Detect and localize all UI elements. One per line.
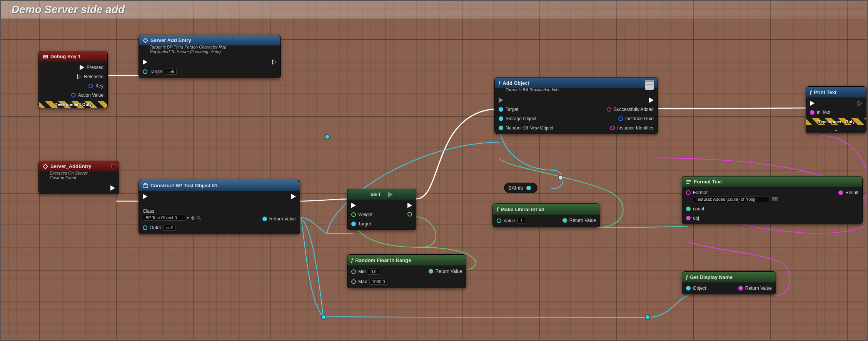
svg-rect-4 xyxy=(47,55,47,56)
pin-value-out[interactable] xyxy=(407,212,412,217)
pin-exec-out[interactable] xyxy=(858,101,862,106)
node-print-text[interactable]: f Print Text In Text Development Only ⌄ xyxy=(806,86,866,133)
server-icon xyxy=(645,80,654,90)
pin-key[interactable]: Key xyxy=(88,83,103,89)
node-title: SET xyxy=(371,191,381,197)
event-icon xyxy=(143,38,148,43)
node-header: SET xyxy=(347,189,416,200)
pin-format[interactable]: Format TestStat: Added {count} of "{obj} xyxy=(686,190,778,202)
pin-released[interactable]: Released xyxy=(77,74,103,79)
pin-exec-out[interactable] xyxy=(407,203,412,208)
node-header: Construct BP Test Object 01 xyxy=(139,180,300,191)
reroute-knot[interactable] xyxy=(325,134,330,139)
node-header: Server_AddEntry xyxy=(39,161,119,171)
node-title: Construct BP Test Object 01 xyxy=(150,183,217,188)
expand-toggle[interactable]: ⌄ xyxy=(806,125,866,133)
localize-icon[interactable] xyxy=(772,197,778,201)
pin-identifier[interactable]: Instance Identifier xyxy=(610,125,654,131)
pin-number[interactable]: Number Of New Object xyxy=(499,125,553,131)
node-debug-key[interactable]: Debug Key 1 Pressed Released Key Action … xyxy=(38,51,108,108)
pin-exec-out[interactable] xyxy=(272,59,277,65)
pin-value[interactable]: Value1 xyxy=(497,218,525,224)
pin-value-out[interactable] xyxy=(526,186,531,190)
node-title: Get Display Name xyxy=(690,274,733,280)
reroute-knot[interactable] xyxy=(321,314,326,320)
graph-title-bar: Demo Server side add xyxy=(1,1,867,18)
pin-result[interactable]: Result xyxy=(838,190,858,195)
pin-return-value[interactable]: Return Value xyxy=(429,269,462,274)
pin-exec-in[interactable] xyxy=(143,194,201,199)
svg-rect-0 xyxy=(43,55,48,58)
node-header: f Make Literal Int 64 xyxy=(493,204,600,215)
pin-exec-in[interactable] xyxy=(810,101,830,106)
pin-in-text[interactable]: In Text xyxy=(810,110,830,115)
pin-return-value[interactable]: Return Value xyxy=(262,216,296,222)
search-icon[interactable] xyxy=(197,215,201,220)
chevron-down-icon[interactable]: ▾ xyxy=(187,215,189,220)
dev-only-footer: Development Only xyxy=(806,118,866,125)
node-header: Debug Key 1 xyxy=(39,51,107,62)
pin-target[interactable]: Target xyxy=(351,221,372,227)
pin-max[interactable]: Max1000,0 xyxy=(351,279,387,285)
graph-title: Demo Server side add xyxy=(12,3,125,16)
dev-only-footer: Development Only xyxy=(39,101,107,108)
reroute-knot[interactable] xyxy=(645,314,650,320)
blueprint-canvas[interactable]: Demo Server side add xyxy=(0,0,868,341)
function-icon: f xyxy=(810,89,811,95)
node-server-addentry-event[interactable]: Server_AddEntry Executes On Server Custo… xyxy=(38,161,119,194)
pin-count[interactable]: count xyxy=(686,206,778,212)
reroute-knot[interactable] xyxy=(558,175,563,180)
pin-exec-in[interactable] xyxy=(351,203,372,208)
chevron-down-icon: ⌄ xyxy=(834,126,838,132)
pin-target[interactable]: Targetself xyxy=(143,69,177,75)
function-icon: f xyxy=(351,257,353,263)
node-header: Server Add Entry xyxy=(139,35,280,45)
replication-icon xyxy=(111,165,115,168)
node-set-variable[interactable]: SET Weight Target xyxy=(347,189,416,230)
pin-target[interactable]: Target xyxy=(499,107,553,112)
pin-storage-object[interactable]: Storage Object xyxy=(499,116,553,121)
node-title: Make Literal Int 64 xyxy=(501,207,544,212)
node-server-add-entry[interactable]: Server Add Entry Target is BP Third Pers… xyxy=(139,35,281,78)
svg-rect-9 xyxy=(686,180,691,181)
pin-exec-in[interactable] xyxy=(499,97,553,103)
node-title: Server Add Entry xyxy=(150,37,191,43)
pin-outer[interactable]: Outerself xyxy=(143,225,201,231)
svg-rect-11 xyxy=(686,183,689,184)
pin-success[interactable]: Successfully Added xyxy=(607,107,654,112)
node-variable-bainfo[interactable]: BAInfo xyxy=(504,183,537,193)
variable-label: BAInfo xyxy=(508,185,523,191)
node-title: Add Object xyxy=(502,80,529,86)
node-literal-int64[interactable]: f Make Literal Int 64 Value1 Return Valu… xyxy=(492,203,600,227)
pin-exec-out[interactable] xyxy=(291,194,296,199)
node-add-object[interactable]: f Add Object Target is BA Replication In… xyxy=(494,77,658,134)
pin-return-value[interactable]: Return Value xyxy=(738,286,772,291)
node-random-float[interactable]: f Random Float in Range Min0,0 Max1000,0… xyxy=(347,254,466,288)
pin-exec-in[interactable] xyxy=(143,59,177,65)
node-subtitle: Target is BP Third Person Character Rep … xyxy=(139,45,280,56)
svg-rect-10 xyxy=(686,181,691,182)
pin-obj[interactable]: obj xyxy=(686,215,778,221)
node-get-display-name[interactable]: f Get Display Name Object Return Value xyxy=(682,271,776,294)
pin-min[interactable]: Min0,0 xyxy=(351,269,387,275)
pin-exec-out[interactable] xyxy=(110,185,115,191)
pin-class[interactable]: Class BP Test Object 0 ▾ xyxy=(143,208,201,221)
pin-guid[interactable]: Instance Guid xyxy=(618,116,654,121)
pin-exec-out[interactable] xyxy=(649,97,654,103)
browse-icon[interactable] xyxy=(190,215,195,220)
pin-weight[interactable]: Weight xyxy=(351,212,372,217)
pin-return-value[interactable]: Return Value xyxy=(563,218,596,223)
node-construct-object[interactable]: Construct BP Test Object 01 Class BP Tes… xyxy=(139,180,300,234)
svg-rect-5 xyxy=(44,57,47,57)
pin-action-value[interactable]: Action Value xyxy=(71,92,104,98)
svg-rect-3 xyxy=(45,55,46,56)
svg-rect-1 xyxy=(43,55,44,56)
keyboard-icon xyxy=(43,54,48,59)
svg-rect-2 xyxy=(44,55,45,56)
node-title: Print Text xyxy=(814,89,836,95)
pin-pressed[interactable]: Pressed xyxy=(80,65,103,70)
pin-object[interactable]: Object xyxy=(686,286,706,291)
node-format-text[interactable]: Format Text Format TestStat: Added {coun… xyxy=(682,176,863,224)
node-header: f Add Object xyxy=(495,77,658,88)
node-subtitle: Executes On Server Custom Event xyxy=(39,171,119,182)
